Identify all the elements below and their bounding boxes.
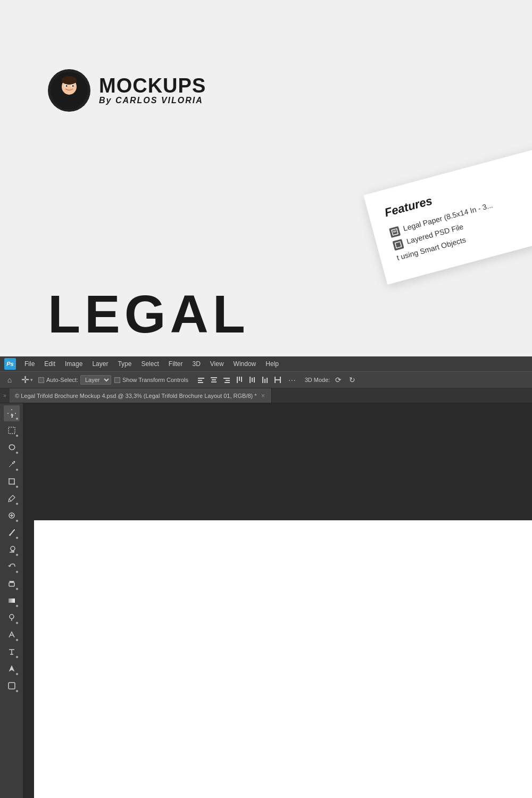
tool-lasso[interactable]: [4, 439, 20, 455]
align-middle-icon[interactable]: [247, 375, 257, 385]
ps-options-bar: ⌂ ✛ ▾ Auto-Select: Layer Show Transform …: [0, 371, 532, 388]
tool-dot-11: [16, 588, 18, 590]
tool-dot-12: [16, 605, 18, 607]
svg-rect-37: [9, 583, 14, 586]
tool-dodge[interactable]: [4, 610, 20, 626]
menu-layer[interactable]: Layer: [88, 359, 112, 369]
svg-point-2: [62, 76, 77, 85]
align-bottom-icon[interactable]: [260, 375, 270, 385]
distribute-icon[interactable]: [272, 375, 283, 385]
transform-label: Show Transform Controls: [122, 377, 188, 383]
align-center-icon[interactable]: [209, 375, 219, 385]
align-top-icon[interactable]: [234, 375, 245, 385]
tool-shape[interactable]: [4, 678, 20, 694]
feature-icon-2: [393, 239, 404, 251]
tool-dot-17: [16, 690, 18, 692]
menu-3d[interactable]: 3D: [188, 359, 204, 369]
logo-circle: [48, 69, 90, 112]
tool-text[interactable]: [4, 644, 20, 660]
svg-rect-38: [9, 598, 15, 603]
photoshop-ui: Ps File Edit Image Layer Type Select Fil…: [0, 356, 532, 798]
menu-view[interactable]: View: [206, 359, 228, 369]
menu-help[interactable]: Help: [261, 359, 283, 369]
tool-dot-7: [16, 520, 18, 522]
tool-dot: [16, 418, 18, 420]
tool-dot-5: [16, 486, 18, 488]
tool-crop[interactable]: [4, 473, 20, 489]
logo-text: MOCKUPS By CARLOS VILORIA: [99, 76, 206, 105]
tool-pen[interactable]: [4, 627, 20, 643]
svg-rect-18: [223, 378, 230, 379]
align-left-icon[interactable]: [196, 375, 206, 385]
more-options-button[interactable]: ···: [286, 375, 298, 385]
tab-close-button[interactable]: ×: [260, 392, 266, 400]
svg-rect-21: [237, 377, 238, 383]
svg-rect-13: [198, 380, 202, 381]
ps-tab-active[interactable]: © Legal Trifold Brochure Mockup 4.psd @ …: [10, 388, 272, 403]
svg-line-9: [393, 230, 396, 231]
menu-image[interactable]: Image: [61, 359, 87, 369]
ps-logo: Ps: [4, 358, 16, 370]
tool-dot-13: [16, 622, 18, 624]
tool-wand[interactable]: [4, 456, 20, 472]
ps-move-tool[interactable]: ✛ ▾: [19, 373, 35, 387]
tool-dot-4: [16, 469, 18, 471]
move-chevron: ▾: [30, 377, 33, 383]
svg-rect-33: [9, 427, 15, 434]
tool-dot-9: [16, 554, 18, 556]
tool-stamp[interactable]: [4, 542, 20, 558]
3d-mode-label: 3D Mode:: [305, 377, 330, 383]
menu-filter[interactable]: Filter: [164, 359, 187, 369]
auto-select-checkbox[interactable]: [38, 377, 44, 383]
transform-checkbox[interactable]: [114, 377, 120, 383]
tool-dot-2: [16, 435, 18, 437]
tool-eraser[interactable]: [4, 576, 20, 592]
ps-home-button[interactable]: ⌂: [3, 373, 16, 386]
tool-marquee-rect[interactable]: [4, 422, 20, 438]
menu-window[interactable]: Window: [229, 359, 261, 369]
svg-rect-14: [198, 382, 203, 383]
tool-dot-6: [16, 503, 18, 505]
tool-dot-14: [16, 639, 18, 641]
svg-rect-32: [280, 377, 281, 383]
ps-document: To presentyour designin the mostphotorea…: [34, 520, 532, 798]
svg-rect-12: [198, 378, 204, 379]
tool-dot-3: [16, 452, 18, 454]
tool-eyedropper[interactable]: [4, 491, 20, 506]
svg-rect-24: [250, 377, 251, 383]
svg-rect-20: [225, 382, 230, 383]
tool-brush[interactable]: [4, 525, 20, 541]
svg-rect-27: [262, 377, 263, 383]
align-right-icon[interactable]: [221, 375, 232, 385]
tool-history-brush[interactable]: [4, 559, 20, 575]
svg-rect-15: [211, 377, 217, 378]
tool-move[interactable]: [4, 405, 20, 421]
svg-rect-23: [241, 377, 242, 382]
layer-dropdown[interactable]: Layer: [80, 375, 111, 385]
tool-dot-10: [16, 571, 18, 573]
menu-file[interactable]: File: [20, 359, 39, 369]
features-card: Features Legal Paper (8.5x14 In - 3... L…: [363, 148, 532, 285]
svg-rect-29: [267, 378, 268, 383]
3d-rotate-icon[interactable]: ↻: [347, 375, 358, 385]
tool-healing[interactable]: [4, 508, 20, 523]
menu-type[interactable]: Type: [113, 359, 136, 369]
tab-filename: © Legal Trifold Brochure Mockup 4.psd @ …: [15, 393, 257, 399]
ps-toolbar: [0, 403, 23, 798]
svg-rect-16: [212, 379, 216, 380]
tool-gradient[interactable]: [4, 593, 20, 609]
tool-path-select[interactable]: [4, 661, 20, 677]
svg-point-34: [13, 461, 15, 463]
svg-rect-26: [254, 377, 255, 383]
logo-title: MOCKUPS: [99, 76, 206, 96]
svg-rect-17: [211, 381, 217, 383]
ps-canvas-area: To presentyour designin the mostphotorea…: [0, 403, 532, 798]
svg-rect-22: [239, 377, 240, 381]
3d-orbit-icon[interactable]: ⟳: [333, 375, 344, 385]
menu-select[interactable]: Select: [137, 359, 163, 369]
move-icon: ✛: [21, 374, 29, 386]
tool-dot-15: [16, 656, 18, 658]
menu-edit[interactable]: Edit: [40, 359, 60, 369]
tab-scroll-left[interactable]: »: [0, 388, 10, 403]
ps-canvas[interactable]: To presentyour designin the mostphotorea…: [23, 403, 532, 798]
